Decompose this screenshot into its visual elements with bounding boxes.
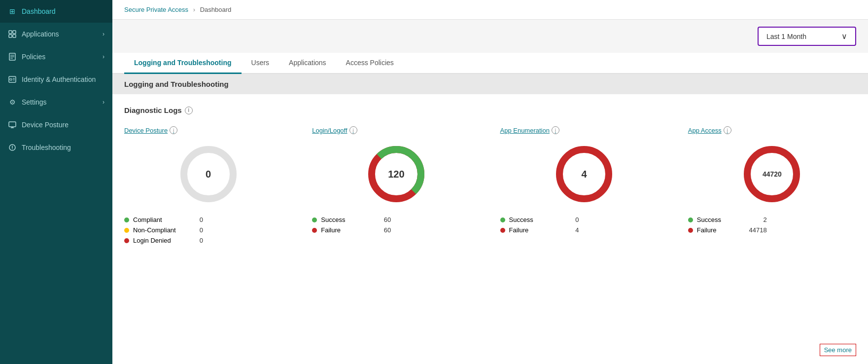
sidebar-item-label: Device Posture <box>22 121 69 129</box>
time-filter-dropdown[interactable]: Last 1 Month ∨ <box>758 27 856 46</box>
section-header: Logging and Troubleshooting <box>112 74 868 94</box>
chart-app-enumeration: App Enumeration i 4 Success 0 <box>500 126 668 234</box>
failure-dot <box>500 228 505 233</box>
content-area: Diagnostic Logs i Device Posture i 0 <box>112 94 868 364</box>
login-logoff-donut: 120 <box>364 142 428 206</box>
svg-rect-1 <box>13 31 16 34</box>
settings-icon: ⚙ <box>8 98 17 107</box>
sidebar-item-dashboard[interactable]: ⊞ Dashboard <box>0 0 112 23</box>
policies-icon <box>8 52 17 61</box>
tab-logging[interactable]: Logging and Troubleshooting <box>124 53 242 74</box>
sidebar-item-label: Policies <box>22 53 45 61</box>
sidebar-item-label: Identity & Authentication <box>22 75 96 83</box>
success-dot <box>500 218 505 222</box>
legend-item: Success 60 <box>312 216 391 223</box>
device-posture-donut: 0 <box>176 142 241 206</box>
svg-rect-12 <box>9 122 16 127</box>
legend-item: Failure 60 <box>312 226 391 234</box>
sidebar-item-label: Troubleshooting <box>22 144 71 151</box>
app-enumeration-value: 4 <box>582 169 587 180</box>
chevron-right-icon: › <box>103 31 104 37</box>
see-more-link[interactable]: See more <box>820 344 856 356</box>
legend-item: Failure 44718 <box>688 226 767 234</box>
legend-item: Failure 4 <box>500 226 579 234</box>
app-enumeration-donut: 4 <box>552 142 616 206</box>
tabs-bar: Logging and Troubleshooting Users Applic… <box>112 53 868 74</box>
identity-icon <box>8 75 17 84</box>
app-access-legend: Success 2 Failure 44718 <box>688 216 767 234</box>
svg-rect-0 <box>9 31 12 34</box>
chart-device-posture: Device Posture i 0 Compliant 0 <box>124 126 292 244</box>
failure-dot <box>312 228 317 233</box>
svg-point-17 <box>12 148 13 149</box>
topbar: Last 1 Month ∨ <box>112 20 868 53</box>
noncompliant-dot <box>124 228 129 233</box>
breadcrumb-separator: › <box>193 6 195 13</box>
sidebar-item-identity[interactable]: Identity & Authentication <box>0 68 112 91</box>
app-access-link[interactable]: App Access i <box>688 126 731 134</box>
device-posture-legend: Compliant 0 Non-Compliant 0 <box>124 216 203 244</box>
chevron-down-icon: ∨ <box>841 32 847 41</box>
sidebar-item-policies[interactable]: Policies › <box>0 45 112 68</box>
app-enumeration-link[interactable]: App Enumeration i <box>500 126 559 134</box>
breadcrumb: Secure Private Access › Dashboard <box>112 0 868 20</box>
tab-applications[interactable]: Applications <box>279 53 336 74</box>
login-logoff-info-icon[interactable]: i <box>349 126 357 134</box>
sidebar: ⊞ Dashboard Applications › <box>0 0 112 364</box>
success-dot <box>688 218 693 222</box>
sidebar-item-troubleshooting[interactable]: Troubleshooting <box>0 136 112 159</box>
device-posture-link[interactable]: Device Posture i <box>124 126 177 134</box>
svg-point-9 <box>10 78 12 80</box>
legend-item: Compliant 0 <box>124 216 203 223</box>
svg-rect-3 <box>13 35 16 37</box>
legend-item: Success 0 <box>500 216 579 223</box>
app-access-value: 44720 <box>763 170 782 178</box>
compliant-dot <box>124 218 129 222</box>
chevron-right-icon: › <box>103 53 104 60</box>
chart-login-logoff: Login/Logoff i 120 Success <box>312 126 480 234</box>
breadcrumb-parent[interactable]: Secure Private Access <box>124 6 188 13</box>
applications-icon <box>8 30 17 38</box>
login-denied-dot <box>124 238 129 243</box>
device-posture-info-icon[interactable]: i <box>170 126 177 134</box>
main-wrapper: Secure Private Access › Dashboard Last 1… <box>112 0 868 364</box>
dashboard-icon: ⊞ <box>8 7 17 16</box>
success-dot <box>312 218 317 222</box>
login-logoff-legend: Success 60 Failure 60 <box>312 216 391 234</box>
legend-item: Login Denied 0 <box>124 237 203 244</box>
svg-rect-2 <box>9 35 12 37</box>
chevron-right-icon: › <box>103 99 104 106</box>
filter-label: Last 1 Month <box>766 33 806 40</box>
app-access-info-icon[interactable]: i <box>724 126 731 134</box>
app-enumeration-legend: Success 0 Failure 4 <box>500 216 579 234</box>
troubleshooting-icon <box>8 143 17 152</box>
diagnostic-info-icon[interactable]: i <box>185 107 193 114</box>
legend-item: Success 2 <box>688 216 767 223</box>
sidebar-item-device-posture[interactable]: Device Posture <box>0 113 112 136</box>
breadcrumb-current: Dashboard <box>200 6 232 13</box>
diagnostic-logs-title: Diagnostic Logs i <box>124 106 856 114</box>
device-posture-icon <box>8 120 17 129</box>
sidebar-item-label: Applications <box>22 30 59 38</box>
sidebar-item-settings[interactable]: ⚙ Settings › <box>0 91 112 113</box>
app-enumeration-info-icon[interactable]: i <box>552 126 559 134</box>
login-logoff-value: 120 <box>388 169 404 180</box>
tab-access-policies[interactable]: Access Policies <box>336 53 404 74</box>
app-access-donut: 44720 <box>740 142 804 206</box>
tab-users[interactable]: Users <box>242 53 279 74</box>
sidebar-item-label: Settings <box>22 98 47 106</box>
chart-app-access: App Access i 44720 Success 2 <box>688 126 856 234</box>
sidebar-item-label: Dashboard <box>22 7 56 15</box>
legend-item: Non-Compliant 0 <box>124 226 203 234</box>
charts-row: Device Posture i 0 Compliant 0 <box>124 126 856 244</box>
device-posture-value: 0 <box>206 169 211 180</box>
sidebar-item-applications[interactable]: Applications › <box>0 23 112 45</box>
failure-dot <box>688 228 693 233</box>
login-logoff-link[interactable]: Login/Logoff i <box>312 126 357 134</box>
